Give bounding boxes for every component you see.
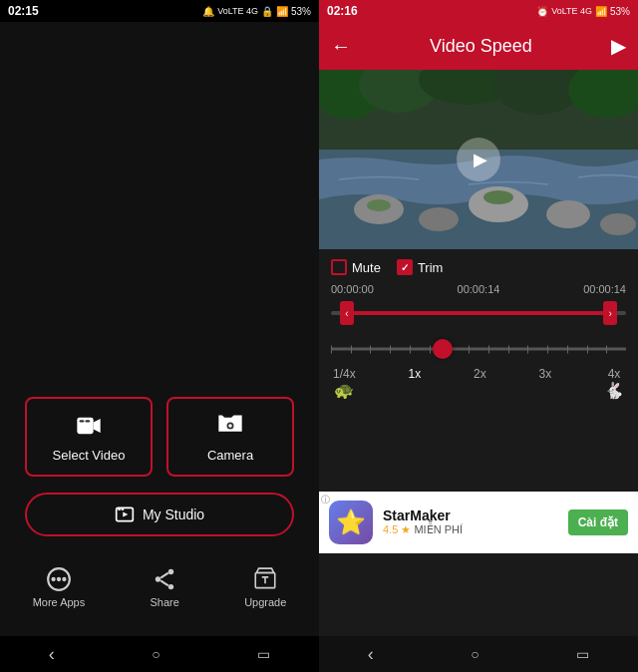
my-studio-button[interactable]: My Studio — [25, 493, 294, 536]
trim-fill — [346, 311, 611, 315]
nav-more-apps[interactable]: More Apps — [33, 566, 86, 608]
left-panel: 02:15 🔔 VoLTE 4G 🔒 📶 53% Select Video — [0, 0, 319, 672]
home-button-left[interactable]: ○ — [152, 646, 160, 662]
svg-point-14 — [156, 576, 160, 581]
mute-checkbox[interactable] — [331, 259, 347, 275]
bottom-nav-left: More Apps Share Upgrade — [0, 556, 319, 636]
svg-point-5 — [228, 424, 232, 428]
svg-rect-7 — [118, 507, 121, 510]
svg-line-16 — [160, 573, 168, 578]
time-row: 00:00:00 00:00:14 00:00:14 — [331, 283, 626, 295]
speed-track — [331, 348, 626, 351]
play-button[interactable]: ▶ — [457, 138, 500, 181]
camera-button[interactable]: Camera — [166, 397, 294, 477]
speed-labels: 1/4x 🐢 1x 2x 3x 4x 🐇 — [331, 367, 626, 400]
status-icons-right: ⏰ VoLTE 4G 📶 53% — [536, 6, 630, 17]
upgrade-icon — [252, 566, 278, 592]
speed-label-3x: 3x — [539, 367, 552, 400]
status-time-left: 02:15 — [8, 4, 39, 18]
speed-knob[interactable] — [433, 339, 453, 359]
nav-upgrade[interactable]: Upgrade — [244, 566, 286, 608]
svg-point-29 — [546, 200, 590, 228]
back-button-left[interactable]: ‹ — [49, 644, 55, 665]
speed-label-2x: 2x — [474, 367, 486, 400]
video-icon — [75, 412, 103, 440]
more-apps-icon — [46, 566, 72, 592]
svg-point-30 — [600, 213, 636, 235]
status-icons-left: 🔔 VoLTE 4G 🔒 📶 53% — [202, 6, 311, 17]
trim-slider[interactable]: ‹ › — [331, 299, 626, 327]
svg-rect-8 — [122, 507, 125, 510]
back-button-right[interactable]: ← — [331, 35, 351, 58]
svg-rect-2 — [86, 420, 91, 422]
speed-label-4x: 4x 🐇 — [604, 367, 624, 400]
trim-checkbox-item[interactable]: ✓ Trim — [397, 259, 444, 275]
trim-handle-right[interactable]: › — [603, 301, 617, 325]
speed-slider[interactable] — [331, 335, 626, 363]
checkboxes-row: Mute ✓ Trim — [331, 259, 626, 275]
video-preview: ▶ — [319, 70, 638, 249]
ad-info: StarMaker 4.5 ★ MIỄN PHÍ — [383, 507, 558, 536]
nav-share[interactable]: Share — [151, 566, 179, 608]
ad-rating: 4.5 ★ MIỄN PHÍ — [383, 523, 558, 536]
share-icon — [152, 566, 177, 592]
action-buttons: Select Video Camera — [25, 397, 294, 477]
ad-label: ⓘ — [321, 494, 330, 506]
speed-label-quarter: 1/4x 🐢 — [333, 367, 356, 400]
ad-install-button[interactable]: Cài đặt — [568, 509, 628, 535]
send-button[interactable]: ▶ — [611, 34, 626, 58]
speed-label-1x: 1x — [409, 367, 422, 400]
svg-point-15 — [168, 584, 173, 589]
left-content: Select Video Camera My Studio — [0, 22, 319, 556]
recents-button-left[interactable]: ▭ — [257, 646, 270, 662]
svg-point-32 — [483, 190, 513, 204]
ad-banner: ⓘ ⭐ StarMaker 4.5 ★ MIỄN PHÍ Cài đặt — [319, 492, 638, 553]
status-bar-left: 02:15 🔔 VoLTE 4G 🔒 📶 53% — [0, 0, 319, 22]
ad-app-icon: ⭐ — [329, 501, 373, 544]
back-button-android-right[interactable]: ‹ — [368, 644, 374, 665]
svg-line-17 — [160, 580, 168, 585]
right-panel: 02:16 ⏰ VoLTE 4G 📶 53% ← Video Speed ▶ — [319, 0, 638, 672]
home-button-android-right[interactable]: ○ — [471, 646, 478, 662]
page-title: Video Speed — [430, 36, 532, 57]
recents-button-android-right[interactable]: ▭ — [576, 646, 589, 662]
top-bar-right: ← Video Speed ▶ — [319, 22, 638, 70]
studio-icon — [115, 504, 135, 524]
trim-handle-left[interactable]: ‹ — [340, 301, 354, 325]
svg-point-31 — [367, 199, 391, 211]
controls-area: Mute ✓ Trim 00:00:00 00:00:14 00:00:14 ‹… — [319, 249, 638, 408]
svg-point-13 — [168, 569, 173, 574]
android-nav-left: ‹ ○ ▭ — [0, 636, 319, 672]
mute-checkbox-item[interactable]: Mute — [331, 259, 381, 275]
svg-rect-0 — [77, 417, 93, 433]
svg-point-27 — [419, 207, 459, 231]
svg-point-12 — [62, 577, 66, 581]
svg-point-11 — [51, 577, 55, 581]
svg-point-10 — [57, 577, 61, 581]
trim-track — [331, 311, 626, 315]
select-video-button[interactable]: Select Video — [25, 397, 153, 477]
status-time-right: 02:16 — [327, 4, 358, 18]
status-bar-right: 02:16 ⏰ VoLTE 4G 📶 53% — [319, 0, 638, 22]
camera-icon — [216, 412, 244, 440]
android-nav-right: ‹ ○ ▭ — [319, 636, 638, 672]
svg-rect-1 — [80, 420, 85, 422]
trim-checkbox[interactable]: ✓ — [397, 259, 413, 275]
